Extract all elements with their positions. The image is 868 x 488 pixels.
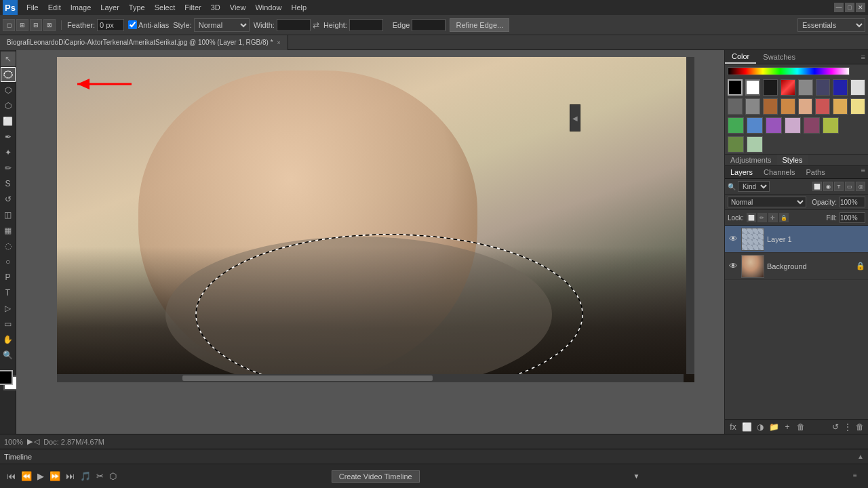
tab-channels[interactable]: Channels [758, 166, 800, 178]
foreground-color[interactable] [0, 370, 13, 385]
eraser-tool[interactable]: ◫ [1, 207, 16, 222]
filter-shape-icon[interactable]: ▭ [845, 182, 854, 191]
antialias-checkbox[interactable] [128, 20, 137, 29]
timeline-expand-icon[interactable]: ▲ [857, 453, 864, 460]
tab-close-icon[interactable]: × [277, 39, 281, 46]
pen-tool[interactable]: P [1, 270, 16, 285]
olive-swatch[interactable] [728, 136, 744, 152]
subtract-selection-icon[interactable]: ⊟ [30, 19, 42, 31]
zoom-tool[interactable]: 🔍 [1, 348, 16, 363]
lock-transparent-icon[interactable]: ⬜ [747, 213, 756, 222]
layers-panel-options[interactable]: ≡ [859, 166, 868, 178]
warning-swatch[interactable] [781, 79, 795, 96]
filter-pixel-icon[interactable]: ⬜ [812, 182, 822, 191]
hand-tool[interactable]: ✋ [1, 332, 16, 347]
color-spectrum[interactable] [728, 67, 850, 75]
blue-swatch[interactable] [833, 79, 848, 96]
layer1-visibility-eye[interactable]: 👁 [728, 234, 738, 244]
tan-swatch[interactable] [781, 98, 795, 115]
bg-color-swatch[interactable] [745, 79, 760, 96]
feather-input[interactable] [97, 19, 124, 31]
green-swatch[interactable] [728, 117, 744, 134]
refine-edge-button[interactable]: Refine Edge... [450, 18, 509, 32]
eyedropper-tool[interactable]: ✒ [1, 129, 16, 144]
lock-image-icon[interactable]: ✏ [757, 213, 767, 222]
timeline-end-btn[interactable]: ⏭ [64, 470, 76, 483]
minimize-button[interactable]: — [834, 3, 844, 12]
layer-item-layer1[interactable]: 👁 Layer 1 [725, 226, 868, 253]
grey2-swatch[interactable] [745, 98, 760, 115]
document-tab[interactable]: BiografiLeonardoDiCaprio-AktorTerkenalAm… [0, 35, 288, 50]
light-swatch[interactable] [850, 79, 865, 96]
lock-position-icon[interactable]: ✛ [768, 213, 778, 222]
create-fill-layer-button[interactable]: ◑ [755, 422, 766, 432]
canvas-vertical-scrollbar[interactable] [686, 57, 694, 374]
layers-trash-icon[interactable]: 🗑 [854, 422, 865, 432]
quick-selection-tool[interactable]: ⬡ [1, 98, 16, 113]
purple-swatch[interactable] [766, 117, 782, 134]
timeline-edit-btn[interactable]: ✂ [95, 470, 105, 483]
layers-cycle-icon[interactable]: ↺ [830, 422, 841, 432]
add-fx-button[interactable]: fx [728, 422, 738, 432]
gradient-tool[interactable]: ▦ [1, 223, 16, 238]
edge-input[interactable] [412, 19, 446, 31]
crop-tool[interactable]: ⬜ [1, 114, 16, 129]
menu-view[interactable]: View [225, 2, 251, 13]
menu-filter[interactable]: Filter [180, 2, 205, 13]
create-group-button[interactable]: 📁 [768, 422, 779, 432]
restore-button[interactable]: □ [845, 3, 854, 12]
move-tool[interactable]: ↖ [1, 52, 16, 66]
fill-input[interactable] [840, 212, 865, 223]
add-mask-button[interactable]: ⬜ [741, 422, 752, 432]
create-video-timeline-button[interactable]: Create Video Timeline [332, 470, 420, 483]
layer-item-background[interactable]: 👁 Background 🔒 [725, 253, 868, 280]
stamp-tool[interactable]: S [1, 176, 16, 191]
shape-tool[interactable]: ▭ [1, 317, 16, 331]
lavender-swatch[interactable] [785, 117, 801, 134]
collapse-panel-button[interactable]: ◀ [570, 104, 580, 131]
timeline-transition-btn[interactable]: ⬡ [108, 470, 118, 483]
status-prev-btn[interactable]: ◁ [34, 437, 39, 446]
type-tool[interactable]: T [1, 285, 16, 300]
tab-paths[interactable]: Paths [801, 166, 831, 178]
new-selection-icon[interactable]: ◻ [3, 19, 15, 31]
filter-kind-select[interactable]: Kind [738, 181, 770, 192]
blur-tool[interactable]: ◌ [1, 239, 16, 253]
timeline-start-btn[interactable]: ⏮ [5, 470, 17, 483]
lasso-tool[interactable]: ⬡ [1, 83, 16, 98]
yellow-green-swatch[interactable] [823, 117, 839, 134]
timeline-options-icon[interactable]: ≡ [853, 472, 863, 481]
create-layer-button[interactable]: + [782, 422, 793, 432]
red-swatch[interactable] [815, 98, 830, 115]
height-input[interactable] [349, 19, 383, 31]
menu-file[interactable]: File [22, 2, 43, 13]
canvas-horizontal-scrollbar[interactable] [57, 374, 684, 382]
background-visibility-eye[interactable]: 👁 [728, 261, 738, 271]
lock-all-icon[interactable]: 🔒 [779, 213, 789, 222]
filter-adjustment-icon[interactable]: ◉ [823, 182, 833, 191]
menu-type[interactable]: Type [124, 2, 150, 13]
path-select-tool[interactable]: ▷ [1, 301, 16, 316]
delete-layer-button[interactable]: 🗑 [795, 422, 806, 432]
menu-window[interactable]: Window [250, 2, 286, 13]
menu-3d[interactable]: 3D [206, 2, 225, 13]
dark-blue-swatch[interactable] [816, 79, 831, 96]
tab-adjustments[interactable]: Adjustments [725, 155, 777, 165]
mauve-swatch[interactable] [804, 117, 820, 134]
peach-swatch[interactable] [798, 98, 813, 115]
tab-color[interactable]: Color [725, 50, 756, 64]
tab-layers[interactable]: Layers [725, 166, 758, 178]
panel-options-icon[interactable]: ≡ [859, 53, 868, 61]
timeline-play-btn[interactable]: ▶ [36, 470, 45, 483]
menu-edit[interactable]: Edit [43, 2, 66, 13]
opacity-input[interactable] [840, 197, 865, 207]
menu-image[interactable]: Image [66, 2, 96, 13]
menu-layer[interactable]: Layer [96, 2, 124, 13]
dodge-tool[interactable]: ○ [1, 254, 16, 269]
width-input[interactable] [277, 19, 311, 31]
timeline-audio-btn[interactable]: 🎵 [79, 470, 92, 483]
filter-smart-icon[interactable]: ◎ [856, 182, 865, 191]
timeline-next-frame-btn[interactable]: ⏩ [48, 470, 62, 483]
status-play-btn[interactable]: ▶ [27, 437, 33, 446]
filter-type-icon[interactable]: T [834, 182, 844, 191]
